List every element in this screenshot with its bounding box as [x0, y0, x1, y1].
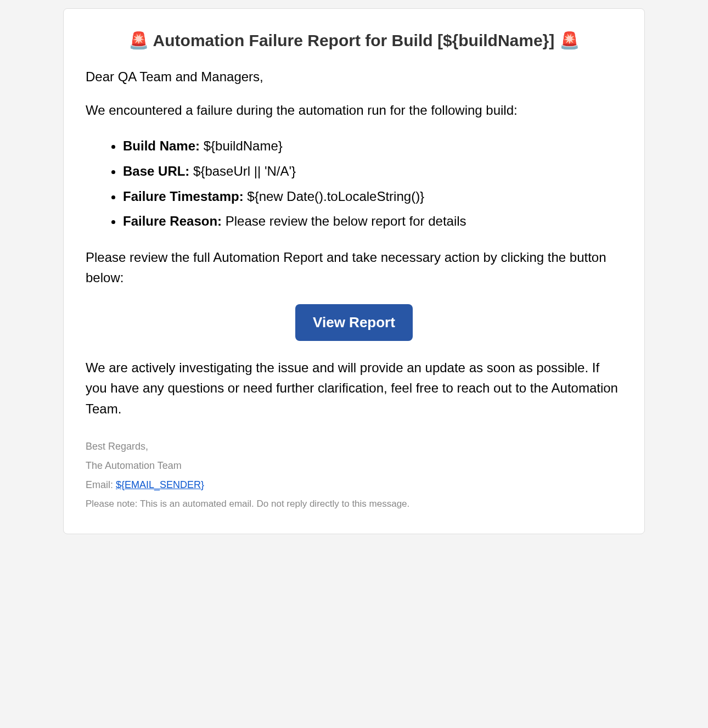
instruction-text: Please review the full Automation Report… [86, 247, 622, 288]
detail-label: Failure Timestamp: [123, 189, 244, 204]
detail-label: Failure Reason: [123, 214, 222, 228]
detail-label: Base URL: [123, 164, 189, 178]
email-card: 🚨 Automation Failure Report for Build [$… [63, 8, 645, 534]
detail-value: Please review the below report for detai… [222, 214, 467, 228]
footer-regards: Best Regards, [86, 441, 622, 452]
intro-text: We encountered a failure during the auto… [86, 100, 622, 120]
footer-email: Email: ${EMAIL_SENDER} [86, 479, 622, 491]
footer-team: The Automation Team [86, 460, 622, 472]
footer-email-label: Email: [86, 479, 116, 490]
detail-value: ${new Date().toLocaleString()} [244, 189, 425, 204]
closing-text: We are actively investigating the issue … [86, 357, 622, 419]
footer-email-link[interactable]: ${EMAIL_SENDER} [116, 479, 204, 490]
footer-disclaimer: Please note: This is an automated email.… [86, 499, 622, 509]
report-title: 🚨 Automation Failure Report for Build [$… [86, 31, 622, 50]
detail-base-url: Base URL: ${baseUrl || 'N/A'} [123, 159, 622, 184]
greeting-text: Dear QA Team and Managers, [86, 66, 622, 87]
details-list: Build Name: ${buildName} Base URL: ${bas… [86, 133, 622, 233]
footer: Best Regards, The Automation Team Email:… [86, 441, 622, 509]
detail-build-name: Build Name: ${buildName} [123, 133, 622, 159]
detail-label: Build Name: [123, 138, 200, 153]
detail-failure-reason: Failure Reason: Please review the below … [123, 209, 622, 234]
detail-failure-timestamp: Failure Timestamp: ${new Date().toLocale… [123, 184, 622, 209]
detail-value: ${baseUrl || 'N/A'} [189, 164, 296, 178]
detail-value: ${buildName} [200, 138, 283, 153]
view-report-button[interactable]: View Report [295, 304, 413, 341]
button-wrapper: View Report [86, 304, 622, 341]
